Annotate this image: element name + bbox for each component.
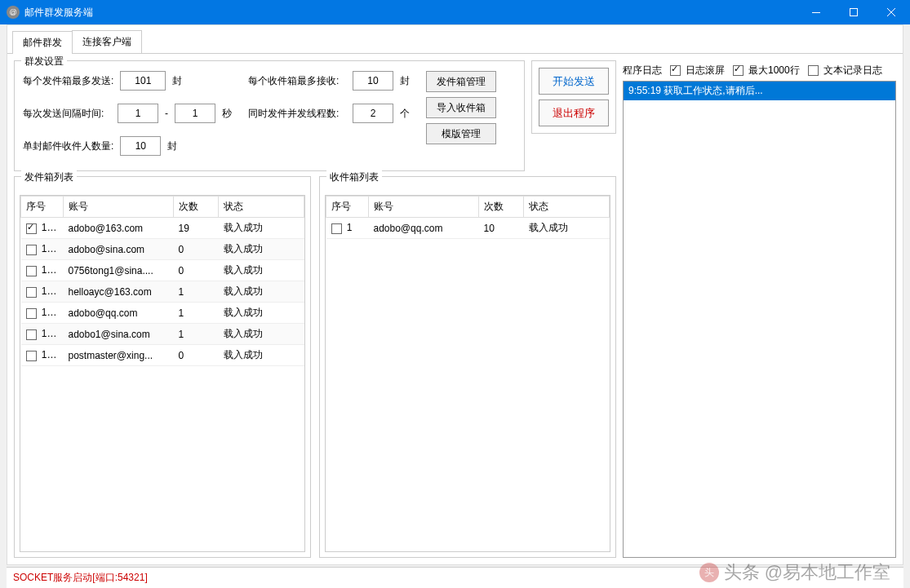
sender-col-account[interactable]: 账号 [64, 197, 174, 218]
row-checkbox[interactable] [331, 223, 342, 234]
exit-program-button[interactable]: 退出程序 [539, 99, 609, 126]
max-recv-input[interactable] [353, 71, 393, 91]
maximize-button[interactable] [835, 0, 872, 24]
table-row[interactable]: 1adobo@qq.com10载入成功 [326, 218, 610, 239]
log-title: 程序日志 [623, 64, 662, 77]
minimize-button[interactable] [797, 0, 835, 24]
recipients-per-mail-input[interactable] [120, 136, 161, 156]
recipient-col-status[interactable]: 状态 [524, 197, 610, 218]
log-listbox[interactable]: 9:55:19 获取工作状态,请稍后... [623, 81, 896, 558]
tab-mass-mail[interactable]: 邮件群发 [12, 31, 73, 54]
table-row[interactable]: 11...postmaster@xing...0载入成功 [21, 345, 304, 366]
settings-group: 群发设置 每个发件箱最多发送: 封 每次发送间隔时间: - [14, 60, 525, 171]
table-row[interactable]: 11...adobo@163.com19载入成功 [21, 218, 304, 239]
interval-unit: 秒 [222, 107, 232, 121]
row-checkbox[interactable] [26, 287, 37, 298]
recipients-per-mail-label: 单封邮件收件人数量: [23, 139, 113, 153]
tab-bar: 邮件群发 连接客户端 [7, 30, 903, 54]
recipient-table-group: 收件箱列表 序号 账号 次数 状态 1adobo@qq.com10载入成功 [319, 176, 616, 558]
window-controls [797, 0, 910, 24]
table-row[interactable]: 11...adobo@sina.com0载入成功 [21, 239, 304, 260]
sender-col-seq[interactable]: 序号 [21, 197, 64, 218]
row-checkbox[interactable] [26, 308, 37, 319]
row-checkbox[interactable] [26, 329, 37, 340]
table-row[interactable]: 11...helloayc@163.com1载入成功 [21, 281, 304, 303]
max-send-input[interactable] [120, 71, 166, 91]
concurrent-input[interactable] [353, 104, 393, 123]
log-textlog-checkbox[interactable]: 文本记录日志 [808, 64, 882, 77]
table-row[interactable]: 11...adobo@qq.com1载入成功 [21, 303, 304, 324]
row-checkbox[interactable] [26, 351, 37, 361]
max-send-label: 每个发件箱最多发送: [23, 74, 113, 88]
log-max1000-checkbox[interactable]: 最大1000行 [733, 64, 800, 77]
row-checkbox[interactable] [26, 223, 37, 234]
sender-table[interactable]: 序号 账号 次数 状态 11...adobo@163.com19载入成功 11.… [20, 196, 304, 366]
recipient-col-seq[interactable]: 序号 [326, 197, 369, 218]
start-send-button[interactable]: 开始发送 [539, 68, 609, 95]
interval-sep: - [165, 108, 168, 119]
max-send-unit: 封 [172, 74, 182, 88]
status-bar: SOCKET服务启动[端口:54321] [7, 567, 903, 588]
recipient-table[interactable]: 序号 账号 次数 状态 1adobo@qq.com10载入成功 [326, 196, 610, 239]
svg-rect-1 [850, 9, 858, 16]
table-row[interactable]: 11...0756tong1@sina....0载入成功 [21, 260, 304, 281]
tab-connect-client[interactable]: 连接客户端 [72, 30, 142, 53]
interval-label: 每次发送间隔时间: [23, 107, 111, 121]
row-checkbox[interactable] [26, 266, 37, 276]
interval-from-input[interactable] [118, 104, 158, 123]
template-mgmt-button[interactable]: 模版管理 [426, 123, 496, 144]
close-button[interactable] [872, 0, 910, 24]
app-icon: @ [7, 6, 20, 19]
recipient-col-count[interactable]: 次数 [479, 197, 524, 218]
row-checkbox[interactable] [26, 245, 37, 255]
sender-col-status[interactable]: 状态 [219, 197, 304, 218]
sender-col-count[interactable]: 次数 [174, 197, 219, 218]
recipient-table-legend: 收件箱列表 [326, 170, 382, 184]
sender-mgmt-button[interactable]: 发件箱管理 [426, 71, 496, 92]
concurrent-label: 同时发件并发线程数: [248, 107, 346, 121]
table-row[interactable]: 11...adobo1@sina.com1载入成功 [21, 324, 304, 345]
sender-table-group: 发件箱列表 序号 账号 次数 状态 11...adobo@163.com19载入… [14, 176, 311, 558]
log-entry[interactable]: 9:55:19 获取工作状态,请稍后... [624, 82, 895, 100]
interval-to-input[interactable] [175, 104, 215, 123]
recipient-col-account[interactable]: 账号 [369, 197, 479, 218]
title-bar: @ 邮件群发服务端 [0, 0, 910, 24]
window-title: 邮件群发服务端 [24, 6, 93, 20]
settings-legend: 群发设置 [21, 55, 67, 69]
concurrent-unit: 个 [400, 107, 410, 121]
max-recv-unit: 封 [400, 74, 410, 88]
action-panel: 开始发送 退出程序 [531, 60, 616, 134]
recipients-unit: 封 [167, 139, 177, 153]
sender-table-legend: 发件箱列表 [21, 170, 77, 184]
svg-rect-0 [812, 12, 820, 13]
log-scroll-checkbox[interactable]: 日志滚屏 [670, 64, 725, 77]
import-recipient-button[interactable]: 导入收件箱 [426, 97, 496, 118]
max-recv-label: 每个收件箱最多接收: [248, 74, 346, 88]
